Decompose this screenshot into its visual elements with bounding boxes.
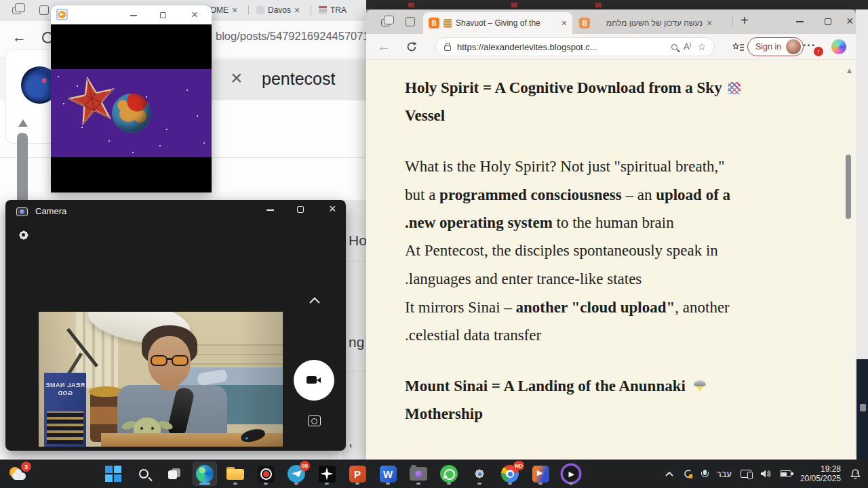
page-scrollbar-thumb[interactable] [17, 133, 28, 211]
svg-text:z: z [856, 470, 859, 474]
background-window-fragment [860, 404, 866, 411]
task-view-icon [168, 468, 180, 479]
tray-time: 19:28 [800, 464, 841, 474]
minimize-button[interactable] [130, 15, 137, 16]
camera-app-window: Camera REAL NAME GOD [5, 200, 346, 451]
microphone-icon[interactable] [703, 470, 708, 478]
battery-icon[interactable] [780, 470, 791, 477]
minimize-button[interactable] [267, 209, 274, 211]
word-icon: W [380, 466, 397, 483]
maximize-button[interactable] [160, 12, 166, 18]
notification-bell-icon[interactable]: z [850, 468, 861, 480]
word-button[interactable]: W [376, 462, 399, 485]
folder-icon [226, 467, 244, 481]
new-tab-button[interactable] [741, 14, 749, 28]
take-photo-icon[interactable] [308, 415, 321, 426]
active-tab[interactable]: B Shavuot – Giving of the [423, 12, 572, 34]
chrome-button[interactable]: ND [498, 462, 521, 485]
minimize-button[interactable] [796, 21, 804, 22]
video-purple-sky [51, 69, 212, 157]
taskbar: 3 05 P W ND [0, 460, 868, 488]
back-icon[interactable] [377, 39, 391, 54]
windows-logo-icon [105, 466, 121, 482]
close-icon[interactable] [707, 17, 712, 29]
dna-icon [728, 82, 741, 94]
whatsapp-button[interactable] [437, 462, 460, 485]
read-aloud-icon[interactable]: A) [684, 41, 691, 52]
clock[interactable]: 19:28 20/05/2025 [800, 464, 841, 483]
media-player-titlebar[interactable] [51, 5, 212, 24]
divider [342, 261, 366, 262]
search-button[interactable] [132, 462, 155, 485]
refresh-icon[interactable] [406, 41, 418, 53]
background-window-fragment [595, 3, 601, 7]
address-url[interactable]: https://alexanderlevites.blogspot.c... [457, 42, 665, 52]
close-icon[interactable] [232, 4, 237, 16]
scrollbar-track[interactable] [844, 60, 853, 460]
speaker-icon[interactable] [760, 469, 771, 479]
media-player-button[interactable] [529, 462, 552, 485]
video-frame[interactable] [51, 24, 212, 192]
inactive-tab[interactable]: B נעשה עדכון של השעון מלחמ [574, 12, 728, 34]
powerpoint-button[interactable]: P [346, 462, 369, 485]
scroll-up-arrow-icon[interactable] [847, 63, 852, 75]
profile-avatar [786, 39, 801, 54]
text-fragment: ng [349, 334, 364, 350]
scrollbar-thumb[interactable] [846, 155, 851, 219]
settings-gear-icon[interactable] [18, 229, 29, 241]
close-icon[interactable] [294, 4, 300, 16]
task-view-button[interactable] [163, 462, 186, 485]
sync-update-icon[interactable] [683, 468, 694, 479]
settings-button[interactable] [468, 462, 491, 485]
article-text-line: What is the Holy Spirit? Not just "spiri… [405, 158, 825, 176]
sparkle-icon [319, 466, 336, 483]
camera-app-button[interactable] [407, 462, 430, 485]
workspaces-icon[interactable] [381, 19, 390, 26]
record-video-button[interactable] [294, 360, 334, 401]
lock-icon [444, 45, 451, 51]
article-heading-line: Holy Spirit = A Cognitive Download from … [405, 79, 825, 97]
copilot-icon[interactable] [831, 39, 846, 54]
video-player-button[interactable] [559, 462, 583, 485]
workspaces-icon[interactable] [12, 7, 21, 14]
back-icon[interactable] [12, 29, 26, 45]
widgets-weather-button[interactable]: 3 [7, 463, 30, 486]
maximize-button[interactable] [825, 18, 831, 25]
close-button[interactable] [329, 203, 336, 216]
background-window-fragment [408, 3, 414, 7]
tab-actions-icon[interactable] [406, 17, 415, 26]
tab-strip: B Shavuot – Giving of the B נעשה עדכון ש… [366, 9, 856, 34]
language-indicator[interactable]: עבר [717, 469, 732, 479]
close-button[interactable] [846, 15, 854, 28]
screen-recorder-button[interactable] [254, 462, 277, 485]
article-heading-line: Vessel [405, 107, 825, 125]
close-icon[interactable] [561, 17, 567, 29]
update-badge: ↑ [814, 47, 823, 56]
zoom-search-icon[interactable] [671, 44, 677, 50]
hidden-icons-chevron[interactable] [665, 471, 674, 477]
start-button[interactable] [102, 462, 125, 485]
favorite-star-icon[interactable] [697, 41, 706, 53]
maximize-button[interactable] [297, 206, 304, 213]
address-bar[interactable]: https://alexanderlevites.blogspot.c... A… [435, 37, 715, 56]
sparkle-app-button[interactable] [315, 462, 338, 485]
scroll-up-arrow-icon[interactable] [18, 119, 28, 127]
tab-title: TRA [330, 5, 347, 15]
tab-actions-icon[interactable] [39, 5, 49, 15]
browser-tab[interactable]: Davos [252, 0, 304, 20]
browser-tab[interactable]: TRA [315, 0, 351, 20]
background-window-fragment [511, 3, 517, 7]
clear-search-icon[interactable] [231, 68, 243, 88]
search-input[interactable] [262, 69, 357, 89]
telegram-button[interactable]: 05 [285, 462, 308, 485]
file-explorer-button[interactable] [224, 462, 247, 485]
edge-taskbar-button[interactable] [193, 462, 216, 485]
article-heading-line: Mount Sinai = A Landing of the Anunnaki [405, 378, 825, 395]
tray-date: 20/05/2025 [800, 474, 841, 483]
favorites-list-icon[interactable] [732, 42, 745, 53]
close-button[interactable] [191, 9, 198, 21]
sign-in-button[interactable]: Sign in [747, 37, 804, 56]
cast-display-icon[interactable] [741, 470, 751, 478]
background-strip [856, 9, 868, 359]
chevron-up-icon[interactable] [309, 297, 321, 304]
